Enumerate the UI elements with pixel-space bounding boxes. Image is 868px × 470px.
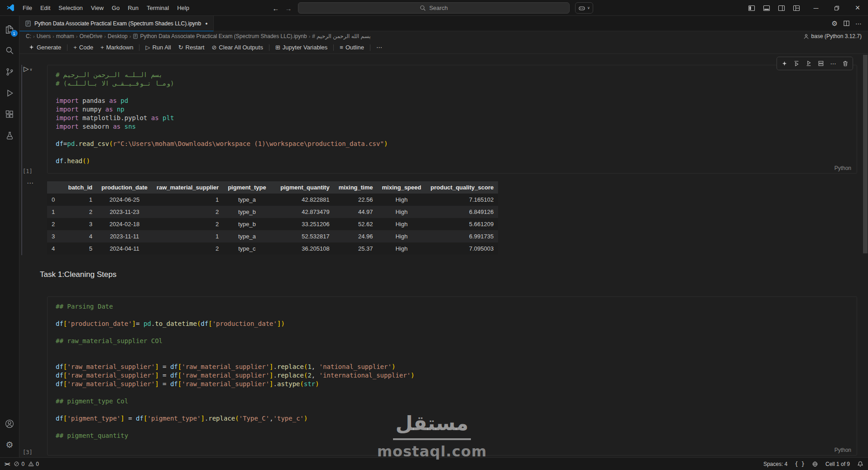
toggle-secondary-sidebar-button[interactable]: [776, 3, 787, 14]
column-header: product_quality_score: [426, 181, 498, 194]
code-line: [56, 423, 857, 431]
menu-view[interactable]: View: [87, 3, 108, 13]
toggle-primary-sidebar-button[interactable]: [746, 3, 757, 14]
restart-icon: ↻: [178, 44, 183, 50]
code-line: [56, 388, 857, 397]
generate-cell-icon[interactable]: [779, 58, 790, 69]
execution-count: [1]: [23, 168, 33, 174]
activity-bar: 1 ⚙: [0, 16, 19, 457]
table-cell: 52.62: [334, 218, 378, 230]
account-icon[interactable]: [0, 413, 19, 434]
breadcrumb-file-label: Python Data Associate Practical Exam (Sp…: [140, 33, 307, 39]
table-cell: 2: [152, 242, 223, 255]
cell-language-button[interactable]: Python: [834, 165, 851, 171]
source-control-icon[interactable]: [0, 61, 19, 82]
table-cell: 2: [152, 206, 223, 218]
outline-button[interactable]: ≡ Outline: [336, 43, 368, 52]
breadcrumb-moham[interactable]: moham: [56, 33, 74, 39]
forward-button[interactable]: →: [283, 3, 293, 13]
cell-position-indicator[interactable]: Cell 1 of 9: [825, 461, 850, 467]
output-options-icon[interactable]: ⋯: [27, 179, 34, 187]
breadcrumb-file[interactable]: Python Data Associate Practical Exam (Sp…: [133, 33, 307, 39]
menu-file[interactable]: File: [19, 3, 36, 13]
execute-above-icon[interactable]: [791, 58, 802, 69]
minimize-button[interactable]: ─: [806, 0, 826, 16]
extensions-icon[interactable]: [0, 104, 19, 125]
cell-language-button[interactable]: Python: [834, 447, 851, 453]
breadcrumb: C: › Users › moham › OneDrive › Desktop …: [19, 31, 868, 41]
table-row: 122023-11-232type_b42.87347944.97High6.8…: [47, 206, 498, 218]
command-center-search[interactable]: Search: [298, 2, 570, 14]
table-cell: 6.849126: [426, 206, 498, 218]
more-actions-icon[interactable]: ⋯: [855, 20, 862, 27]
breadcrumb-onedrive[interactable]: OneDrive: [79, 33, 102, 39]
add-markdown-cell-button[interactable]: + Markdown: [97, 43, 137, 52]
customize-layout-button[interactable]: [791, 3, 802, 14]
generate-button[interactable]: Generate: [25, 43, 65, 52]
cell-more-actions-icon[interactable]: ⋯: [828, 58, 839, 69]
menu-terminal[interactable]: Terminal: [143, 3, 173, 13]
remote-indicator-icon[interactable]: ><: [5, 461, 9, 467]
breadcrumb-drive[interactable]: C:: [26, 33, 31, 39]
plus-icon: +: [73, 44, 77, 50]
back-button[interactable]: ←: [271, 3, 281, 13]
markdown-cell[interactable]: Task 1:Cleaning Steps: [40, 270, 116, 279]
language-mode-indicator[interactable]: { }: [795, 461, 805, 467]
menu-selection[interactable]: Selection: [54, 3, 86, 13]
code-line: df.head(): [56, 157, 857, 165]
tab-notebook[interactable]: Python Data Associate Practical Exam (Sp…: [19, 16, 214, 31]
code-cell-1[interactable]: # بسم الـلـه الـرحمن الـرحيم# (ومـا تـوف…: [47, 65, 857, 174]
scrollbar: [863, 54, 868, 457]
indentation-indicator[interactable]: Spaces: 4: [763, 461, 787, 467]
split-editor-icon[interactable]: [843, 20, 850, 27]
breadcrumb-desktop[interactable]: Desktop: [108, 33, 128, 39]
menu-run[interactable]: Run: [124, 3, 143, 13]
explorer-icon[interactable]: 1: [0, 19, 19, 40]
table-cell: 42.822881: [271, 194, 334, 206]
breadcrumb-users[interactable]: Users: [37, 33, 51, 39]
breadcrumb-heading[interactable]: # بسم الله الرحمن الرحيم: [312, 33, 370, 39]
globe-icon[interactable]: [812, 461, 818, 467]
layout-controls: [746, 0, 802, 16]
split-cell-icon[interactable]: [815, 58, 826, 69]
toolbar-separator: [370, 44, 370, 51]
notifications-bell-icon[interactable]: [857, 461, 863, 467]
restart-kernel-button[interactable]: ↻ Restart: [175, 43, 208, 52]
chevron-right-icon: ›: [128, 34, 133, 39]
cell-toolbar: ⋯: [777, 57, 853, 70]
ellipsis-icon: ⋯: [376, 44, 382, 50]
notebook-toolbar: Generate + Code + Markdown ▷ Run All ↻ R…: [19, 41, 868, 54]
configure-gear-icon[interactable]: ⚙: [832, 20, 838, 27]
settings-gear-icon[interactable]: ⚙: [0, 434, 19, 455]
add-code-cell-button[interactable]: + Code: [70, 43, 97, 52]
testing-icon[interactable]: [0, 125, 19, 146]
run-all-button[interactable]: ▷ Run All: [142, 43, 174, 52]
menu-go[interactable]: Go: [108, 3, 124, 13]
menu-edit[interactable]: Edit: [36, 3, 54, 13]
run-cell-button[interactable]: ▷ ∨: [24, 65, 32, 72]
scrollbar-thumb[interactable]: [863, 55, 868, 253]
close-button[interactable]: ×: [847, 0, 868, 16]
clear-all-outputs-button[interactable]: ⊘ Clear All Outputs: [208, 43, 266, 52]
toggle-panel-button[interactable]: [761, 3, 772, 14]
code-editor[interactable]: # بسم الـلـه الـرحمن الـرحيم# (ومـا تـوف…: [48, 65, 857, 165]
code-cell-2[interactable]: ## Parsing Date df['production_date']= p…: [47, 296, 857, 455]
search-view-icon[interactable]: [0, 40, 19, 61]
code-line: [56, 328, 857, 337]
run-debug-icon[interactable]: [0, 82, 19, 104]
delete-cell-icon[interactable]: [840, 58, 851, 69]
code-line: df['raw_material_supplier'] = df['raw_ma…: [56, 371, 857, 380]
jupyter-variables-button[interactable]: ⊞ Jupyter Variables: [272, 43, 331, 52]
code-editor[interactable]: ## Parsing Date df['production_date']= p…: [48, 297, 857, 440]
menu-help[interactable]: Help: [173, 3, 193, 13]
execute-below-icon[interactable]: [803, 58, 814, 69]
toolbar-more-button[interactable]: ⋯: [373, 43, 386, 52]
restore-button[interactable]: [826, 0, 847, 16]
copilot-button[interactable]: ∨: [575, 2, 593, 14]
problems-indicator[interactable]: 0 0: [14, 461, 38, 467]
kernel-picker-button[interactable]: base (Python 3.12.7): [803, 31, 862, 41]
close-icon: ×: [855, 3, 860, 13]
table-cell: 6.991735: [426, 230, 498, 242]
table-cell: 4: [63, 230, 97, 242]
code-line: import seaborn as sns: [56, 122, 857, 131]
